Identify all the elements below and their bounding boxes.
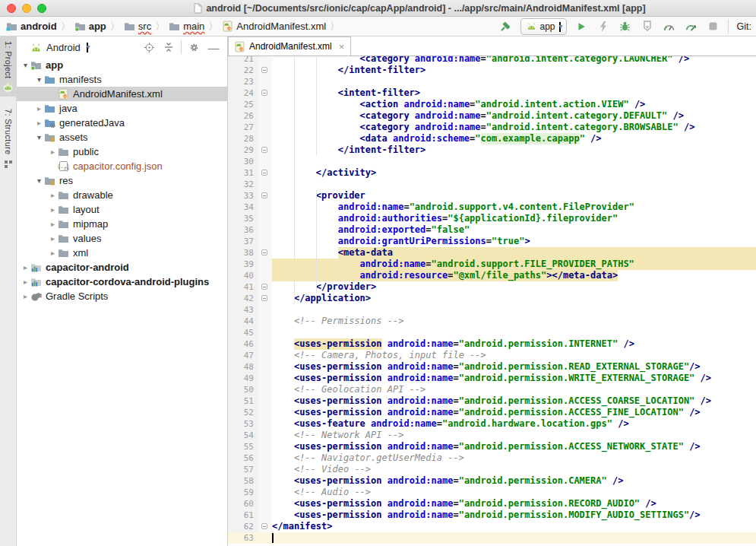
code-line-45[interactable]: 45 <box>228 327 756 338</box>
tree-item-java[interactable]: ▸java <box>17 101 227 116</box>
code-line-42[interactable]: 42 </application> <box>228 293 756 304</box>
fold-marker-icon[interactable] <box>261 249 267 256</box>
code-line-54[interactable]: 54 <!-- Network API --> <box>228 430 756 441</box>
chevron-right-icon[interactable]: ▸ <box>35 104 43 113</box>
code-line-47[interactable]: 47 <!-- Camera, Photos, input file --> <box>228 350 756 361</box>
chevron-right-icon[interactable]: ▸ <box>21 278 30 286</box>
tree-item-capacitor-android[interactable]: ▸capacitor-android <box>17 260 227 275</box>
tree-item-app[interactable]: ▾app <box>17 58 227 72</box>
fold-marker-icon[interactable] <box>261 90 267 96</box>
fold-marker-icon[interactable] <box>261 147 267 153</box>
code-line-32[interactable]: 32 <box>228 179 756 190</box>
fold-marker-icon[interactable] <box>261 523 267 529</box>
code-line-48[interactable]: 48 <uses-permission android:name="androi… <box>228 361 756 373</box>
project-view-selector[interactable]: Android <box>46 42 81 53</box>
fold-marker-icon[interactable] <box>261 170 267 176</box>
tree-item-androidmanifest-xml[interactable]: <>AndroidManifest.xml <box>17 87 227 101</box>
code-line-44[interactable]: 44 <!-- Permissions --> <box>228 316 756 327</box>
code-line-28[interactable]: 28 <data android:scheme="com.example.cap… <box>228 133 756 144</box>
chevron-right-icon[interactable]: ▸ <box>21 292 30 300</box>
chevron-right-icon[interactable]: ▸ <box>21 263 30 271</box>
tree-item-layout[interactable]: ▸layout <box>17 202 227 217</box>
code-line-58[interactable]: 58 <uses-permission android:name="androi… <box>228 475 756 487</box>
code-line-29[interactable]: 29 </intent-filter> <box>228 144 756 156</box>
code-line-34[interactable]: 34 android:name="android.support.v4.cont… <box>228 202 756 213</box>
project-tool-window-button[interactable]: 1: Project <box>0 37 17 97</box>
code-line-35[interactable]: 35 android:authorities="${applicationId}… <box>228 213 756 224</box>
settings-gear-icon[interactable] <box>186 40 201 55</box>
chevron-down-icon[interactable]: ▾ <box>35 75 43 84</box>
fold-marker-icon[interactable] <box>261 192 267 198</box>
attach-profiler-icon[interactable] <box>684 19 699 34</box>
code-line-40[interactable]: 40 android:resource="@xml/file_paths"></… <box>228 270 756 281</box>
code-line-56[interactable]: 56 <!-- Navigator.getUserMedia --> <box>228 452 756 464</box>
breadcrumb-item-main[interactable]: main <box>167 20 206 33</box>
run-configuration-select[interactable]: app ▾ <box>520 18 567 35</box>
fold-marker-icon[interactable] <box>261 284 267 290</box>
hide-panel-icon[interactable]: — <box>206 40 221 55</box>
chevron-right-icon[interactable]: ▸ <box>49 205 57 214</box>
fold-marker-icon[interactable] <box>261 295 267 301</box>
code-line-46[interactable]: 46 <uses-permission android:name="androi… <box>228 338 756 350</box>
locate-file-icon[interactable] <box>141 40 157 55</box>
profiler-gauge-icon[interactable] <box>662 19 677 34</box>
code-line-22[interactable]: 22 </intent-filter> <box>228 65 756 76</box>
code-line-62[interactable]: 62</manifest> <box>228 521 756 532</box>
chevron-right-icon[interactable]: ▸ <box>49 191 57 199</box>
code-line-43[interactable]: 43 <box>228 304 756 316</box>
code-line-63[interactable]: 63 <box>228 532 756 544</box>
code-line-24[interactable]: 24 <intent-filter> <box>228 87 756 99</box>
code-line-33[interactable]: 33 <provider <box>228 190 756 202</box>
code-line-26[interactable]: 26 <category android:name="android.inten… <box>228 110 756 122</box>
minimize-window-button[interactable] <box>22 4 31 13</box>
tree-item-gradle-scripts[interactable]: ▸Gradle Scripts <box>17 289 227 303</box>
tab-androidmanifest[interactable]: <> AndroidManifest.xml × <box>228 37 351 56</box>
collapse-all-icon[interactable] <box>161 40 176 55</box>
code-line-50[interactable]: 50 <!-- Geolocation API --> <box>228 384 756 395</box>
code-line-41[interactable]: 41 </provider> <box>228 281 756 293</box>
coverage-icon[interactable] <box>640 19 655 34</box>
close-window-button[interactable] <box>7 4 16 13</box>
code-line-49[interactable]: 49 <uses-permission android:name="androi… <box>228 373 756 384</box>
code-line-51[interactable]: 51 <uses-permission android:name="androi… <box>228 395 756 407</box>
structure-tool-window-button[interactable]: 7: Structure <box>0 104 17 168</box>
tree-item-drawable[interactable]: ▸drawable <box>17 188 227 202</box>
code-line-36[interactable]: 36 android:exported="false" <box>228 224 756 236</box>
breadcrumb-item-src[interactable]: src <box>122 20 153 33</box>
tree-item-public[interactable]: ▸public <box>17 144 227 159</box>
tree-item-xml[interactable]: ▸xml <box>17 246 227 260</box>
tree-item-manifests[interactable]: ▾manifests <box>17 72 227 87</box>
breadcrumb-item-androidmanifest-xml[interactable]: <>AndroidManifest.xml <box>220 20 327 33</box>
tree-item-assets[interactable]: ▾assets <box>17 130 227 144</box>
chevron-right-icon[interactable]: ▸ <box>35 119 43 127</box>
tree-item-capacitor-config-json[interactable]: {..}capacitor.config.json <box>17 159 227 173</box>
chevron-down-icon[interactable]: ▾ <box>21 61 30 69</box>
code-line-57[interactable]: 57 <!-- Video --> <box>228 464 756 475</box>
code-line-60[interactable]: 60 <uses-permission android:name="androi… <box>228 498 756 509</box>
code-editor[interactable]: 21 <category android:name="android.inten… <box>228 56 756 546</box>
code-line-23[interactable]: 23 <box>228 76 756 87</box>
code-line-61[interactable]: 61 <uses-permission android:name="androi… <box>228 509 756 521</box>
chevron-right-icon[interactable]: ▸ <box>49 249 57 257</box>
close-tab-icon[interactable]: × <box>339 41 345 52</box>
code-line-37[interactable]: 37 android:grantUriPermissions="true"> <box>228 236 756 247</box>
code-line-59[interactable]: 59 <!-- Audio --> <box>228 487 756 498</box>
stop-icon[interactable] <box>706 19 721 34</box>
code-line-30[interactable]: 30 <box>228 156 756 167</box>
debug-bug-icon[interactable] <box>618 19 633 34</box>
tree-item-capacitor-cordova-android-plugins[interactable]: ▸capacitor-cordova-android-plugins <box>17 275 227 289</box>
code-line-27[interactable]: 27 <category android:name="android.inten… <box>228 122 756 133</box>
breadcrumb-item-app[interactable]: app <box>73 20 108 33</box>
fold-marker-icon[interactable] <box>261 67 267 73</box>
tree-item-res[interactable]: ▾res <box>17 173 227 188</box>
tree-item-values[interactable]: ▸values <box>17 231 227 246</box>
chevron-right-icon[interactable]: ▸ <box>49 234 57 243</box>
apply-changes-lightning-icon[interactable] <box>596 19 611 34</box>
code-line-52[interactable]: 52 <uses-permission android:name="androi… <box>228 407 756 418</box>
run-icon[interactable] <box>574 19 589 34</box>
code-line-38[interactable]: 38 <meta-data <box>228 247 756 259</box>
code-line-53[interactable]: 53 <uses-feature android:name="android.h… <box>228 418 756 430</box>
code-line-55[interactable]: 55 <uses-permission android:name="androi… <box>228 441 756 452</box>
chevron-right-icon[interactable]: ▸ <box>49 220 57 228</box>
code-line-25[interactable]: 25 <action android:name="android.intent.… <box>228 99 756 110</box>
